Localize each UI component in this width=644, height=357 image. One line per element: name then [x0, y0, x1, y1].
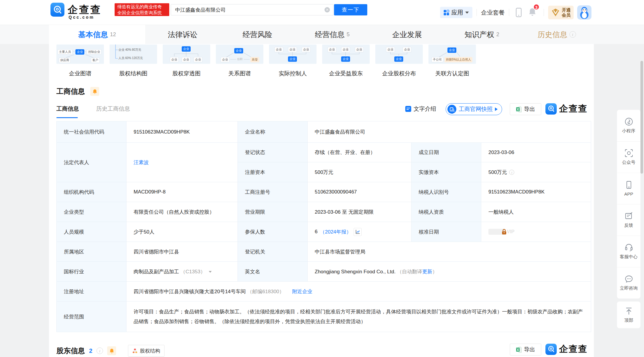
trend-chart-icon[interactable]	[354, 228, 362, 236]
subtab-current-registration[interactable]: 工商信息	[56, 105, 79, 118]
field-value: VIP	[481, 222, 591, 242]
sidebar-item-label: 立即咨询	[620, 285, 638, 291]
sidebar-item-label: 小程序	[622, 128, 635, 134]
page-scrollbar-thumb[interactable]	[640, 61, 643, 174]
thumbnail-label: 企业股权分布	[375, 70, 423, 77]
diagram-node: 企业	[403, 47, 412, 52]
business-scope-value: 许可项目：食品生产；食品销售；动物肠衣加工。（依法须经批准的项目，经相关部门批准…	[134, 307, 585, 326]
brand-domain: Qcc.com	[69, 15, 94, 20]
search-button[interactable]: 查一下	[334, 4, 367, 15]
update-translation-link[interactable]: 更新	[422, 269, 432, 275]
export-label: 导出	[524, 105, 535, 113]
thumbnail-label: 实际控制人	[269, 70, 317, 77]
org-tree-icon	[132, 348, 137, 353]
thumbnail-item[interactable]: 企业企业高管任职关系图谱	[216, 45, 263, 77]
tab-operation-risk[interactable]: 经营风险	[220, 25, 295, 44]
thumbnail-label: 企业图谱	[56, 70, 104, 77]
field-value: 91510623MACD09HP8K	[126, 121, 238, 143]
thumbnail-item[interactable]: 企业企业企业企业股权穿透图	[163, 45, 210, 77]
notifications-button[interactable]: 3	[528, 7, 537, 18]
slogan-line-1: 缔造有远见的商业传奇	[117, 4, 167, 10]
sidebar-item-label: APP	[624, 191, 633, 196]
tab-operation-info[interactable]: 经营信息 5	[295, 25, 370, 44]
thumbnail-item[interactable]: 企业企业企业企业实际控制人	[269, 45, 317, 77]
search-clear-icon[interactable]: ✕	[325, 7, 330, 12]
open-vip-button[interactable]: 开通 会员	[548, 6, 574, 19]
thumbnail-diagram[interactable]: 企业企业企业企业	[322, 45, 370, 64]
equity-structure-button[interactable]: 股权结构	[128, 345, 164, 357]
text-intro-button[interactable]: 文字介绍	[405, 105, 436, 113]
field-label: 组织机构代码	[57, 182, 126, 202]
thumbnail-diagram[interactable]: 企业企业企业企业	[269, 45, 317, 64]
vip-locked-label: VIP	[507, 229, 515, 234]
field-label: 纳税人识别号	[412, 182, 481, 202]
tab-basic-info[interactable]: 基本信息 12	[49, 25, 145, 44]
thumbnail-diagram[interactable]: 主要人员企业控制企业供应商客户	[56, 45, 104, 64]
thumbnail-diagram[interactable]: 企业企业企业企业	[163, 45, 210, 64]
field-value: 500万元	[308, 162, 412, 182]
sidebar-item-feedback[interactable]: 反馈	[617, 204, 640, 236]
lock-icon[interactable]	[501, 229, 507, 235]
thumbnail-diagram[interactable]: 企业企业高管任职	[216, 45, 263, 64]
field-label: 营业期限	[238, 202, 308, 222]
field-label: 实缴资本	[412, 162, 481, 182]
table-row: 组织机构代码 MACD09HP-8 工商注册号 510623000090467 …	[57, 182, 591, 202]
sidebar-item-app[interactable]: APP	[617, 173, 640, 204]
sidebar-item-consult-now[interactable]: 立即咨询	[617, 267, 640, 299]
legal-representative-link[interactable]: 汪素波	[134, 160, 149, 165]
subtab-history-registration[interactable]: 历史工商信息	[96, 105, 130, 118]
headset-icon	[625, 243, 633, 252]
diagram-node: 企业	[182, 46, 191, 52]
thumbnail-item[interactable]: 企业子公司持股5%以上自然人关联方认定图	[428, 45, 476, 77]
chevron-down-icon[interactable]	[209, 271, 212, 273]
monitor-bell-button[interactable]	[107, 346, 116, 355]
monitor-bell-button[interactable]	[90, 87, 99, 96]
thumbnail-diagram[interactable]: 企业企业企业	[375, 45, 423, 64]
field-value: 许可项目：食品生产；食品销售；动物肠衣加工。（依法须经批准的项目，经相关部门批准…	[126, 302, 591, 332]
back-to-top-button[interactable]: 顶部	[617, 302, 640, 328]
field-label: 国标行业	[57, 262, 126, 282]
annual-report-link[interactable]: （2024年报）	[320, 229, 351, 235]
field-label: 核准日期	[412, 222, 481, 242]
export-button[interactable]: 导出	[510, 103, 541, 115]
export-button[interactable]: 导出	[510, 344, 541, 356]
qcc-logo-icon[interactable]	[50, 3, 64, 17]
brand-slogan: 缔造有远见的商业传奇 全国企业信用查询系统	[115, 3, 169, 16]
sidebar-item-mini-program[interactable]: 小程序	[617, 110, 640, 141]
thumbnail-diagram[interactable]: 企业子公司持股5%以上自然人	[428, 45, 476, 64]
diagram-node: 企业	[194, 57, 202, 62]
thumbnail-item[interactable]: 企业企业企业企业股权分布	[375, 45, 423, 77]
tab-legal-litigation[interactable]: 法律诉讼	[145, 25, 220, 44]
qcc-swirl-icon	[53, 5, 63, 15]
field-value: 510623000090467	[308, 182, 412, 202]
enterprise-package-link[interactable]: 企业套餐	[481, 9, 505, 17]
apps-menu-button[interactable]: 应用	[440, 7, 472, 18]
thumbnail-label: 股权穿透图	[163, 70, 210, 77]
thumbnail-item[interactable]: 企业企业企业企业企业受益股东	[322, 45, 370, 77]
sidebar-item-customer-service[interactable]: 客服中心	[617, 236, 640, 267]
mobile-phone-icon[interactable]	[516, 8, 522, 17]
nearby-companies-link[interactable]: 附近企业	[292, 289, 312, 294]
tab-intellectual-property[interactable]: 知识产权 2	[444, 25, 519, 44]
sidebar-item-label: 顶部	[624, 318, 633, 323]
section-title-shareholders: 股东信息	[56, 346, 85, 356]
tab-count: 12	[110, 31, 116, 38]
sidebar-item-label: 反馈	[624, 223, 633, 228]
thumbnail-item[interactable]: 主要人员企业控制企业供应商客户企业图谱	[56, 45, 104, 77]
diagram-node: 企业	[170, 57, 179, 62]
sidebar-item-official-account[interactable]: 公众号	[617, 141, 640, 173]
tab-history-info[interactable]: 历史信息 i VIP	[519, 25, 594, 44]
field-label: 登记状态	[238, 143, 308, 162]
diagram-node: 企业	[341, 56, 350, 62]
tab-company-development[interactable]: 企业发展	[370, 25, 444, 44]
mascot-avatar[interactable]	[577, 5, 591, 20]
registration-table: 统一社会信用代码 91510623MACD09HP8K 企业名称 中江盛鑫食品有…	[56, 121, 591, 332]
thumbnail-item[interactable]: 企业 40% 80万元人员 60% 120万元股权结构图	[110, 45, 157, 77]
search-input[interactable]	[171, 4, 333, 15]
info-icon[interactable]: i	[509, 170, 514, 175]
info-icon[interactable]: i	[96, 348, 103, 354]
info-icon: i	[569, 31, 576, 38]
thumbnail-diagram[interactable]: 企业 40% 80万元人员 60% 120万元	[110, 45, 157, 64]
official-snapshot-button[interactable]: 工商官网快照	[446, 103, 502, 115]
chat-bubble-icon	[625, 275, 633, 283]
